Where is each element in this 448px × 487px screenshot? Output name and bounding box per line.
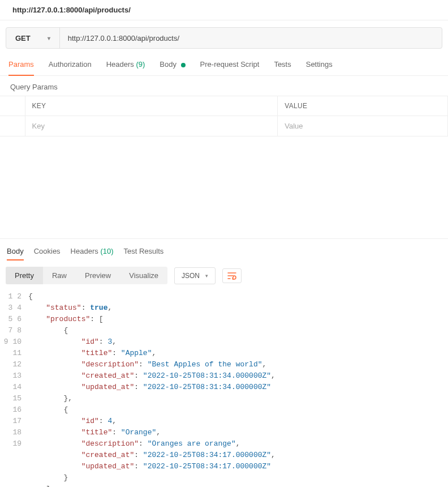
active-dot-icon [181,63,186,67]
view-pretty-button[interactable]: Pretty [6,267,43,284]
view-preview-button[interactable]: Preview [76,267,120,284]
query-params-table: KEY VALUE Key Value [0,96,448,136]
request-tabs: Params Authorization Headers (9) Body Pr… [0,55,448,76]
resp-tab-headers[interactable]: Headers (10) [71,245,114,258]
format-select[interactable]: JSON ▾ [174,267,216,284]
tab-params[interactable]: Params [8,55,34,73]
tab-headers-label: Headers [106,60,134,69]
http-method-select[interactable]: GET ▾ [6,28,60,48]
tab-headers-count: (9) [136,60,145,69]
tab-authorization[interactable]: Authorization [49,55,92,73]
resp-tab-cookies[interactable]: Cookies [34,245,61,258]
http-method-value: GET [15,34,31,42]
tab-prerequest[interactable]: Pre-request Script [200,55,260,73]
line-gutter: 1 2 3 4 5 6 7 8 9 10 11 12 13 14 15 16 1… [0,291,28,487]
request-url-input[interactable] [60,28,442,48]
resp-tab-tests[interactable]: Test Results [124,245,164,258]
format-value: JSON [182,272,200,280]
response-panel: Body Cookies Headers (10) Test Results P… [0,238,448,487]
chevron-down-icon: ▾ [48,35,50,41]
row-checkbox[interactable] [0,116,25,136]
tab-settings[interactable]: Settings [306,55,333,73]
value-input[interactable]: Value [278,116,448,136]
wrap-icon [227,272,236,280]
key-header: KEY [25,96,278,116]
query-params-label: Query Params [0,76,448,96]
tab-body-label: Body [160,60,176,69]
tab-headers[interactable]: Headers (9) [106,55,145,73]
view-mode-group: Pretty Raw Preview Visualize [6,267,167,284]
tab-tests[interactable]: Tests [274,55,291,73]
tab-body[interactable]: Body [160,55,185,73]
resp-headers-count: (10) [100,247,113,255]
checkbox-header [0,96,25,116]
response-toolbar: Pretty Raw Preview Visualize JSON ▾ [0,260,448,289]
table-header-row: KEY VALUE [0,96,448,116]
resp-tab-body[interactable]: Body [7,245,24,258]
response-tabs: Body Cookies Headers (10) Test Results [0,239,448,260]
key-input[interactable]: Key [25,116,278,136]
wrap-lines-button[interactable] [222,268,242,283]
view-visualize-button[interactable]: Visualize [120,267,167,284]
code-content[interactable]: { "status": true, "products": [ { "id": … [28,291,448,487]
value-header: VALUE [278,96,448,116]
resp-headers-label: Headers [71,247,98,255]
spacer [0,136,448,238]
table-row[interactable]: Key Value [0,116,448,136]
request-bar: GET ▾ [6,27,442,49]
response-body-code: 1 2 3 4 5 6 7 8 9 10 11 12 13 14 15 16 1… [0,289,448,487]
request-title: http://127.0.0.1:8000/api/products/ [0,0,448,20]
view-raw-button[interactable]: Raw [43,267,76,284]
chevron-down-icon: ▾ [205,273,208,279]
